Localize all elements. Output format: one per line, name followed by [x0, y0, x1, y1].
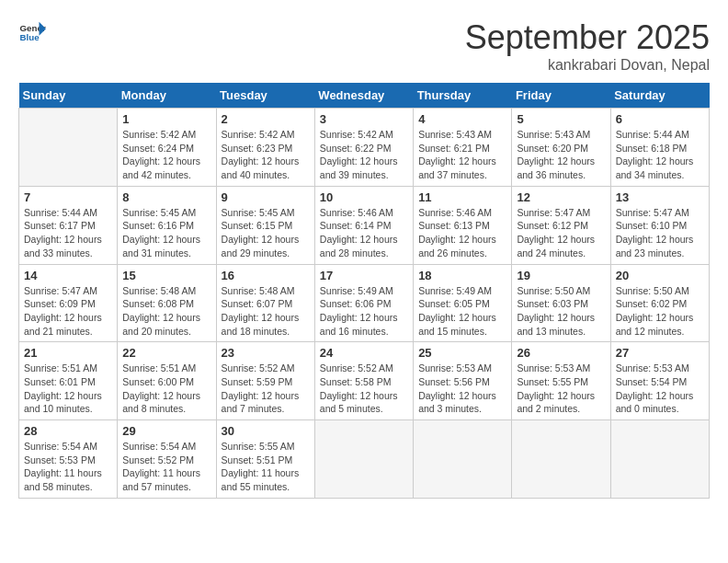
day-info: Sunrise: 5:53 AMSunset: 5:54 PMDaylight:…	[616, 362, 704, 416]
weekday-header-wednesday: Wednesday	[314, 83, 413, 109]
calendar-cell: 2Sunrise: 5:42 AMSunset: 6:23 PMDaylight…	[216, 109, 314, 187]
day-info: Sunrise: 5:46 AMSunset: 6:14 PMDaylight:…	[320, 206, 408, 260]
day-number: 27	[616, 346, 704, 360]
day-info: Sunrise: 5:50 AMSunset: 6:03 PMDaylight:…	[517, 284, 605, 339]
day-number: 30	[222, 424, 310, 438]
calendar-cell: 21Sunrise: 5:51 AMSunset: 6:01 PMDayligh…	[19, 342, 118, 420]
day-number: 7	[24, 190, 112, 204]
calendar-cell: 26Sunrise: 5:53 AMSunset: 5:55 PMDayligh…	[512, 342, 610, 420]
month-title: September 2025	[465, 18, 710, 57]
day-info: Sunrise: 5:52 AMSunset: 5:59 PMDaylight:…	[222, 362, 310, 416]
calendar-cell: 13Sunrise: 5:47 AMSunset: 6:10 PMDayligh…	[610, 186, 709, 264]
calendar-cell: 14Sunrise: 5:47 AMSunset: 6:09 PMDayligh…	[19, 264, 118, 342]
day-info: Sunrise: 5:48 AMSunset: 6:07 PMDaylight:…	[222, 284, 310, 339]
calendar-table: SundayMondayTuesdayWednesdayThursdayFrid…	[18, 83, 710, 499]
calendar-cell: 25Sunrise: 5:53 AMSunset: 5:56 PMDayligh…	[414, 342, 512, 420]
day-number: 19	[517, 269, 605, 282]
day-number: 11	[418, 190, 506, 204]
weekday-header-tuesday: Tuesday	[216, 83, 314, 109]
day-number: 15	[122, 269, 210, 282]
day-info: Sunrise: 5:47 AMSunset: 6:12 PMDaylight:…	[517, 206, 605, 260]
calendar-cell: 19Sunrise: 5:50 AMSunset: 6:03 PMDayligh…	[512, 264, 610, 342]
calendar-cell	[19, 109, 118, 187]
calendar-cell: 17Sunrise: 5:49 AMSunset: 6:06 PMDayligh…	[314, 264, 413, 342]
day-info: Sunrise: 5:52 AMSunset: 5:58 PMDaylight:…	[320, 362, 408, 416]
calendar-cell: 27Sunrise: 5:53 AMSunset: 5:54 PMDayligh…	[610, 342, 709, 420]
calendar-cell: 22Sunrise: 5:51 AMSunset: 6:00 PMDayligh…	[118, 342, 216, 420]
calendar-cell: 8Sunrise: 5:45 AMSunset: 6:16 PMDaylight…	[118, 186, 216, 264]
weekday-header-friday: Friday	[512, 83, 610, 109]
calendar-cell: 11Sunrise: 5:46 AMSunset: 6:13 PMDayligh…	[414, 186, 512, 264]
week-row-5: 28Sunrise: 5:54 AMSunset: 5:53 PMDayligh…	[19, 420, 710, 499]
calendar-cell: 12Sunrise: 5:47 AMSunset: 6:12 PMDayligh…	[512, 186, 610, 264]
calendar-cell: 4Sunrise: 5:43 AMSunset: 6:21 PMDaylight…	[414, 109, 512, 187]
calendar-cell: 18Sunrise: 5:49 AMSunset: 6:05 PMDayligh…	[414, 264, 512, 342]
day-number: 13	[616, 190, 704, 204]
calendar-cell: 30Sunrise: 5:55 AMSunset: 5:51 PMDayligh…	[216, 420, 314, 499]
weekday-header-monday: Monday	[118, 83, 216, 109]
day-number: 20	[616, 269, 704, 282]
title-block: September 2025 kankrabari Dovan, Nepal	[465, 18, 710, 74]
day-number: 1	[122, 112, 210, 126]
calendar-cell: 7Sunrise: 5:44 AMSunset: 6:17 PMDaylight…	[19, 186, 118, 264]
calendar-cell: 6Sunrise: 5:44 AMSunset: 6:18 PMDaylight…	[610, 109, 709, 187]
day-info: Sunrise: 5:43 AMSunset: 6:21 PMDaylight:…	[418, 128, 506, 182]
calendar-cell: 20Sunrise: 5:50 AMSunset: 6:02 PMDayligh…	[610, 264, 709, 342]
day-number: 29	[122, 424, 210, 438]
calendar-cell	[512, 420, 610, 499]
location-subtitle: kankrabari Dovan, Nepal	[465, 57, 710, 74]
day-info: Sunrise: 5:51 AMSunset: 6:00 PMDaylight:…	[122, 362, 210, 416]
day-number: 25	[418, 346, 506, 360]
weekday-header-row: SundayMondayTuesdayWednesdayThursdayFrid…	[19, 83, 710, 109]
day-info: Sunrise: 5:45 AMSunset: 6:16 PMDaylight:…	[122, 206, 210, 260]
logo-icon: General Blue	[18, 18, 46, 46]
week-row-4: 21Sunrise: 5:51 AMSunset: 6:01 PMDayligh…	[19, 342, 710, 420]
day-number: 28	[24, 424, 112, 438]
day-info: Sunrise: 5:48 AMSunset: 6:08 PMDaylight:…	[122, 284, 210, 339]
day-number: 14	[24, 269, 112, 282]
day-number: 6	[616, 112, 704, 126]
calendar-cell: 16Sunrise: 5:48 AMSunset: 6:07 PMDayligh…	[216, 264, 314, 342]
calendar-cell: 24Sunrise: 5:52 AMSunset: 5:58 PMDayligh…	[314, 342, 413, 420]
day-number: 9	[222, 190, 310, 204]
weekday-header-saturday: Saturday	[610, 83, 709, 109]
day-info: Sunrise: 5:53 AMSunset: 5:55 PMDaylight:…	[517, 362, 605, 416]
day-info: Sunrise: 5:54 AMSunset: 5:53 PMDaylight:…	[24, 440, 112, 494]
day-number: 16	[222, 269, 310, 282]
calendar-cell: 29Sunrise: 5:54 AMSunset: 5:52 PMDayligh…	[118, 420, 216, 499]
day-info: Sunrise: 5:45 AMSunset: 6:15 PMDaylight:…	[222, 206, 310, 260]
week-row-2: 7Sunrise: 5:44 AMSunset: 6:17 PMDaylight…	[19, 186, 710, 264]
day-info: Sunrise: 5:42 AMSunset: 6:23 PMDaylight:…	[222, 128, 310, 182]
day-info: Sunrise: 5:55 AMSunset: 5:51 PMDaylight:…	[222, 440, 310, 494]
day-info: Sunrise: 5:46 AMSunset: 6:13 PMDaylight:…	[418, 206, 506, 260]
day-info: Sunrise: 5:49 AMSunset: 6:06 PMDaylight:…	[320, 284, 408, 339]
day-number: 4	[418, 112, 506, 126]
day-info: Sunrise: 5:47 AMSunset: 6:09 PMDaylight:…	[24, 284, 112, 339]
day-number: 24	[320, 346, 408, 360]
day-info: Sunrise: 5:47 AMSunset: 6:10 PMDaylight:…	[616, 206, 704, 260]
day-number: 5	[517, 112, 605, 126]
weekday-header-sunday: Sunday	[19, 83, 118, 109]
day-info: Sunrise: 5:53 AMSunset: 5:56 PMDaylight:…	[418, 362, 506, 416]
day-number: 2	[222, 112, 310, 126]
day-number: 8	[122, 190, 210, 204]
day-number: 17	[320, 269, 408, 282]
calendar-cell: 10Sunrise: 5:46 AMSunset: 6:14 PMDayligh…	[314, 186, 413, 264]
day-info: Sunrise: 5:49 AMSunset: 6:05 PMDaylight:…	[418, 284, 506, 339]
calendar-cell: 1Sunrise: 5:42 AMSunset: 6:24 PMDaylight…	[118, 109, 216, 187]
day-info: Sunrise: 5:42 AMSunset: 6:24 PMDaylight:…	[122, 128, 210, 182]
calendar-cell	[610, 420, 709, 499]
week-row-3: 14Sunrise: 5:47 AMSunset: 6:09 PMDayligh…	[19, 264, 710, 342]
day-info: Sunrise: 5:42 AMSunset: 6:22 PMDaylight:…	[320, 128, 408, 182]
page-header: General Blue September 2025 kankrabari D…	[18, 18, 710, 74]
calendar-cell: 28Sunrise: 5:54 AMSunset: 5:53 PMDayligh…	[19, 420, 118, 499]
calendar-cell	[314, 420, 413, 499]
calendar-cell	[414, 420, 512, 499]
day-info: Sunrise: 5:50 AMSunset: 6:02 PMDaylight:…	[616, 284, 704, 339]
calendar-cell: 23Sunrise: 5:52 AMSunset: 5:59 PMDayligh…	[216, 342, 314, 420]
calendar-cell: 3Sunrise: 5:42 AMSunset: 6:22 PMDaylight…	[314, 109, 413, 187]
weekday-header-thursday: Thursday	[414, 83, 512, 109]
day-number: 26	[517, 346, 605, 360]
day-number: 18	[418, 269, 506, 282]
day-number: 22	[122, 346, 210, 360]
